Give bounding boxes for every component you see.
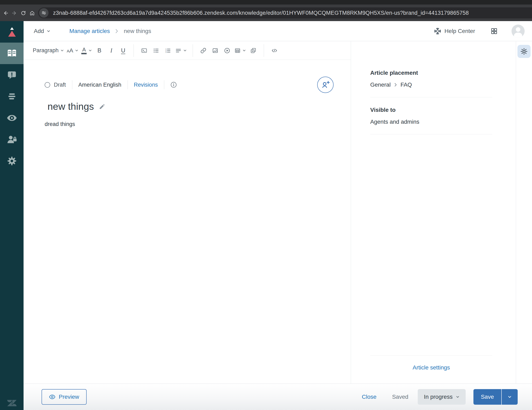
formatting-toolbar: Paragraph AA A B I U [24,41,351,60]
article-settings-panel: Article placement General FAQ Visible to… [351,41,516,384]
browser-forward-icon[interactable] [11,10,17,16]
eye-icon [6,113,17,124]
code-span-icon [141,48,147,54]
bold-icon: B [97,47,101,54]
app-header: Add Manage articles new things Help Cent… [24,21,532,41]
saved-status-label: Saved [392,394,408,400]
status-divider [164,80,164,89]
chevron-right-icon [394,83,397,87]
bold-button[interactable]: B [95,45,104,56]
browser-reload-icon[interactable] [20,10,26,16]
font-size-icon: A [67,49,69,53]
chevron-down-icon [75,49,78,52]
add-user-icon [321,80,330,89]
toolbar-divider [133,44,134,57]
site-settings-icon[interactable] [39,8,48,18]
chevron-down-icon [88,49,92,52]
insert-table-dropdown[interactable] [235,45,246,56]
settings-rail [516,41,532,384]
sidebar-item-moderate[interactable] [0,107,24,129]
chevron-down-icon [183,49,187,52]
edit-title-pencil-icon[interactable] [99,103,105,110]
save-button[interactable]: Save [474,389,501,405]
placement-heading: Article placement [370,70,492,76]
sidebar-item-arrange[interactable] [0,86,24,107]
article-editor: Paragraph AA A B I U [24,41,351,384]
language-label: American English [78,82,122,88]
italic-button[interactable]: I [107,45,116,56]
font-size-dropdown[interactable]: AA [67,45,78,56]
link-icon [200,48,206,54]
insert-media-button[interactable] [223,45,232,56]
chevron-right-icon [115,29,118,34]
bullet-list-icon [153,48,159,54]
browser-home-icon[interactable] [29,10,35,16]
avatar-bust [514,33,522,38]
paragraph-style-dropdown[interactable]: Paragraph [33,45,64,56]
footer-action-bar: Preview Close Saved In progress Save [24,384,532,410]
address-bar[interactable]: z3nab-6888af-efd4267fd263cd6a19a7d9a4245… [38,7,532,19]
product-sidebar [0,21,24,410]
text-color-dropdown[interactable]: A [81,45,92,56]
code-span-button[interactable] [140,45,149,56]
zendesk-guide-editor-window: z3nab-6888af-efd4267fd263cd6a19a7d9a4245… [0,0,532,410]
draft-status-label: Draft [54,82,66,88]
toolbar-divider [193,44,193,57]
chevron-down-icon [456,395,459,399]
apps-grid-icon[interactable] [491,28,498,35]
draft-status-icon [45,82,50,88]
placement-section-name: General [370,82,391,88]
underline-button[interactable]: U [119,45,128,56]
insert-image-button[interactable] [211,45,220,56]
browser-titlebar [0,0,532,4]
align-icon [175,48,181,54]
user-avatar[interactable] [512,25,525,38]
placement-subsection-name: FAQ [400,82,412,88]
content-block-button[interactable] [249,45,258,56]
open-book-icon [6,48,17,59]
sidebar-item-community[interactable] [0,64,24,86]
link-button[interactable] [199,45,208,56]
placement-path[interactable]: General FAQ [370,82,492,88]
panel-bottom: Article settings [370,355,492,384]
zendesk-logo [0,396,24,408]
source-code-button[interactable] [270,45,279,56]
article-body-editor[interactable]: dread things [24,121,351,244]
sidebar-item-articles[interactable] [0,43,24,64]
bullet-list-button[interactable] [152,45,161,56]
content-block-icon [250,48,256,54]
breadcrumb-current: new things [124,28,151,34]
article-status-row: Draft American English Revisions [24,77,351,92]
paragraph-style-label: Paragraph [33,47,58,54]
article-settings-link[interactable]: Article settings [370,364,492,371]
help-ring-icon [434,27,441,35]
breadcrumb: Manage articles new things [69,28,151,34]
browser-back-icon[interactable] [3,10,9,16]
save-split-button: Save [474,389,518,405]
sidebar-item-settings[interactable] [0,150,24,172]
breadcrumb-manage-articles-link[interactable]: Manage articles [69,28,110,34]
workflow-status-dropdown[interactable]: In progress [418,389,466,405]
preview-button[interactable]: Preview [42,389,87,405]
play-media-icon [224,48,230,54]
close-link[interactable]: Close [362,394,377,400]
panel-settings-button[interactable] [517,45,531,58]
avatar-head [516,27,520,32]
url-text: z3nab-6888af-efd4267fd263cd6a19a7d9a4245… [53,10,469,16]
help-center-button[interactable]: Help Center [434,27,475,35]
workflow-status-label: In progress [424,394,453,400]
sidebar-item-permissions[interactable] [0,129,24,150]
numbered-list-button[interactable]: 123 [163,45,172,56]
alignment-dropdown[interactable] [175,45,187,56]
assign-owner-button[interactable] [317,76,333,93]
info-icon[interactable] [170,82,177,88]
chevron-down-icon [242,49,246,52]
save-options-caret[interactable] [501,389,518,405]
article-title[interactable]: new things [48,101,94,112]
underline-icon: U [121,47,125,54]
status-divider [128,80,128,89]
add-button[interactable]: Add [34,28,50,34]
revisions-link[interactable]: Revisions [134,82,158,88]
help-center-label: Help Center [445,28,475,34]
visibility-heading: Visible to [370,107,492,113]
